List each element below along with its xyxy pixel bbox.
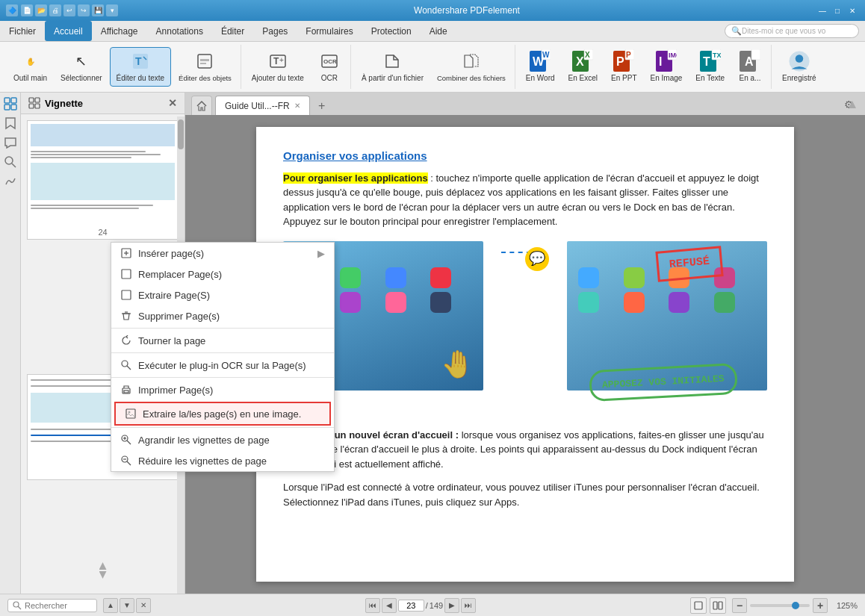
selectionner-button[interactable]: ↖ Sélectionner xyxy=(55,48,108,86)
svg-rect-56 xyxy=(126,409,135,418)
ajouter-texte-button[interactable]: T + Ajouter du texte xyxy=(246,48,310,86)
nav-prev-button[interactable]: ◀ xyxy=(382,598,397,613)
page-thumb-24[interactable]: 24 xyxy=(27,120,179,240)
minimize-button[interactable]: — xyxy=(816,4,829,16)
menu-editer[interactable]: Éditer xyxy=(212,21,253,41)
panel-search-icon[interactable] xyxy=(2,154,19,170)
statusbar-search-box[interactable] xyxy=(7,599,97,612)
ctx-ocr[interactable]: Exécuter le plug-in OCR sur la Page(s) xyxy=(111,355,185,376)
edit-objects-icon xyxy=(194,51,215,72)
svg-text:OCR: OCR xyxy=(323,58,337,65)
ctx-tourner[interactable]: Tourner la page xyxy=(111,330,185,351)
view-single-icon[interactable] xyxy=(690,597,707,614)
en-texte-label: En Texte xyxy=(695,74,725,83)
en-a-button[interactable]: A En a... xyxy=(732,48,768,86)
nav-last-button[interactable]: ⏭ xyxy=(461,598,476,613)
zoom-in-button[interactable]: + xyxy=(813,598,828,613)
undo-icon[interactable]: ↩ xyxy=(63,4,75,16)
en-excel-button[interactable]: X X En Excel xyxy=(562,48,604,86)
partir-fichier-label: À partir d'un fichier xyxy=(362,74,424,83)
ctx-agrandir[interactable]: Agrandir les vignettes de page xyxy=(111,429,185,450)
ctx-reduire[interactable]: Réduire les vignettes de page xyxy=(111,450,185,471)
en-image-button[interactable]: I IMG En Image xyxy=(645,48,689,86)
sidebar-scrollbar-thumb[interactable] xyxy=(178,119,184,149)
en-word-button[interactable]: W W En Word xyxy=(520,48,561,86)
menu-formulaires[interactable]: Formulaires xyxy=(297,21,362,41)
zoom-slider-thumb[interactable] xyxy=(792,602,799,609)
app-icon-r2 xyxy=(624,267,645,288)
page-number-input[interactable] xyxy=(398,600,424,612)
save-icon[interactable]: 💾 xyxy=(92,4,104,16)
ctx-supprimer[interactable]: Supprimer Page(s) xyxy=(111,305,185,326)
svg-line-53 xyxy=(127,366,131,370)
nav-first-button[interactable]: ⏮ xyxy=(365,598,380,613)
search-close-btn[interactable]: ✕ xyxy=(136,598,151,613)
user-icon xyxy=(789,51,810,72)
new-file-icon[interactable]: 📄 xyxy=(21,4,33,16)
menu-annotations[interactable]: Annotations xyxy=(147,21,212,41)
tab-close-button[interactable]: ✕ xyxy=(294,102,300,110)
dropdown-icon[interactable]: ▾ xyxy=(106,4,118,16)
svg-rect-33 xyxy=(751,49,760,60)
select-icon: ↖ xyxy=(71,51,92,72)
menu-aide[interactable]: Aide xyxy=(421,21,456,41)
zoom-out-button[interactable]: − xyxy=(732,598,747,613)
menu-accueil[interactable]: Accueil xyxy=(45,21,92,41)
outil-main-button[interactable]: ✋ Outil main xyxy=(7,48,53,86)
sidebar-close-button[interactable]: ✕ xyxy=(168,97,177,109)
editer-texte-button[interactable]: T Éditer du texte xyxy=(110,47,171,87)
en-ppt-button[interactable]: P P En PPT xyxy=(605,48,642,86)
ctx-inserer-label: Insérer page(s) xyxy=(138,248,185,259)
svg-text:P: P xyxy=(616,55,624,68)
svg-point-65 xyxy=(13,602,19,607)
ctx-remplacer[interactable]: Remplacer Page(s) xyxy=(111,264,185,284)
menu-pages[interactable]: Pages xyxy=(253,21,297,41)
editer-objets-button[interactable]: Éditer des objets xyxy=(173,48,238,85)
ocr-button[interactable]: OCR OCR xyxy=(311,48,347,86)
pdf-images-area: 💬 🤚 xyxy=(283,241,767,391)
statusbar-search-input[interactable] xyxy=(25,601,84,610)
redo-icon[interactable]: ↪ xyxy=(78,4,90,16)
search-down-btn[interactable]: ▼ xyxy=(120,598,134,613)
panel-signature-icon[interactable] xyxy=(2,173,19,190)
settings-icon[interactable]: ⚙ xyxy=(838,94,859,115)
search-up-btn[interactable]: ▲ xyxy=(103,598,118,613)
enregistre-button[interactable]: Enregistré xyxy=(776,48,822,86)
ctx-inserer[interactable]: Insérer page(s) ▶ xyxy=(111,243,185,264)
svg-rect-5 xyxy=(200,63,206,64)
print-icon[interactable]: 🖨 xyxy=(49,4,61,16)
ctx-remplacer-label: Remplacer Page(s) xyxy=(138,269,185,280)
ctx-sep4 xyxy=(111,427,185,428)
panel-bookmark-icon[interactable] xyxy=(2,115,19,131)
scroll-up-arrow[interactable] xyxy=(99,562,107,570)
ctx-extraire[interactable]: Extraire Page(S) xyxy=(111,284,185,305)
view-double-icon[interactable] xyxy=(710,597,726,614)
combiner-button[interactable]: Combiner des fichiers xyxy=(431,48,512,85)
menu-affichage[interactable]: Affichage xyxy=(92,21,147,41)
toolbar-group-user: Enregistré xyxy=(773,45,825,89)
svg-text:T: T xyxy=(273,56,279,66)
home-icon xyxy=(196,101,207,111)
tab-add-button[interactable]: + xyxy=(313,97,331,115)
menu-fichier[interactable]: Fichier xyxy=(0,21,45,41)
partir-fichier-button[interactable]: À partir d'un fichier xyxy=(356,48,430,86)
nav-next-button[interactable]: ▶ xyxy=(444,598,459,613)
close-button[interactable]: ✕ xyxy=(846,4,859,16)
maximize-button[interactable]: □ xyxy=(831,4,844,16)
ctx-extraire-image[interactable]: Extraire la/les page(s) en une image. xyxy=(114,402,185,426)
panel-comment-icon[interactable] xyxy=(2,134,19,151)
menubar-search[interactable]: 🔍 Dites-moi ce que vous vo xyxy=(725,24,859,38)
en-texte-button[interactable]: T TXT En Texte xyxy=(689,48,731,86)
open-icon[interactable]: 📂 xyxy=(35,4,47,16)
menu-protection[interactable]: Protection xyxy=(362,21,421,41)
zoom-slider-track[interactable] xyxy=(750,604,810,607)
panel-thumbnail-icon[interactable] xyxy=(2,96,19,112)
pdf-page: Organiser vos applications Pour organise… xyxy=(256,127,794,582)
tab-guide[interactable]: Guide Util...--FR ✕ xyxy=(215,96,310,115)
scroll-down-arrow[interactable] xyxy=(99,571,107,579)
svg-rect-36 xyxy=(4,98,10,103)
file-icon xyxy=(382,51,403,72)
svg-rect-50 xyxy=(122,290,131,299)
tab-home-button[interactable] xyxy=(191,96,212,115)
ctx-imprimer[interactable]: Imprimer Page(s) xyxy=(111,379,185,400)
